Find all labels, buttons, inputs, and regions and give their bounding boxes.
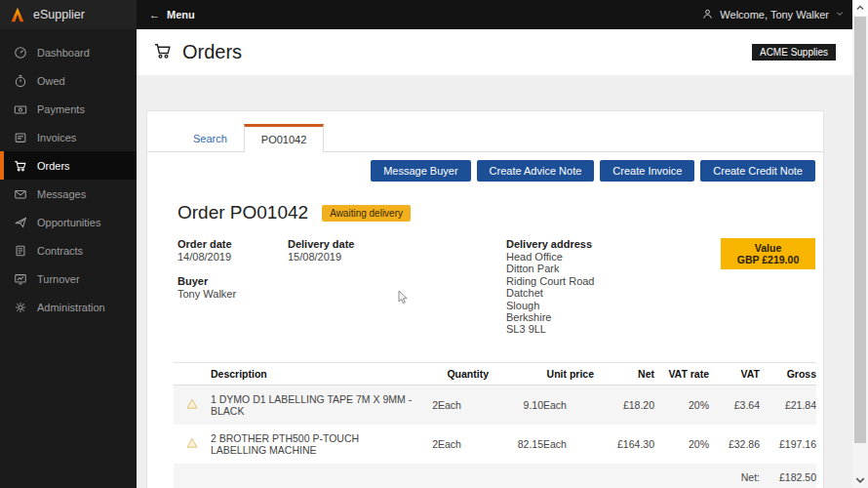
buyer-label: Buyer xyxy=(178,275,288,287)
table-row: 2 BROTHER PTH500 P-TOUCH LABELLING MACHI… xyxy=(174,425,816,464)
order-date-value: 14/08/2019 xyxy=(178,251,288,263)
create-credit-note-button[interactable]: Create Credit Note xyxy=(700,160,815,182)
sidebar-item-contracts[interactable]: Contracts xyxy=(0,236,137,264)
dashboard-icon xyxy=(13,45,27,60)
net-value: £182.50 xyxy=(760,464,816,488)
invoice-icon xyxy=(13,130,27,144)
contract-document-icon xyxy=(13,243,27,258)
warning-icon[interactable] xyxy=(186,439,198,451)
envelope-icon xyxy=(13,186,27,201)
tab-search[interactable]: Search xyxy=(177,126,244,151)
page-header: Orders ACME Supplies xyxy=(137,29,852,75)
gear-icon xyxy=(13,300,27,314)
order-date-block: Order date 14/08/2019 xyxy=(178,238,288,263)
tab-content: Message Buyer Create Advice Note Create … xyxy=(147,160,823,488)
banknote-icon xyxy=(13,102,27,116)
tab-strip: Search PO01042 xyxy=(147,111,823,152)
user-menu[interactable]: Welcome, Tony Walker xyxy=(701,8,845,22)
col-description: Description xyxy=(211,362,413,385)
status-badge: Awaiting delivery xyxy=(322,205,411,222)
value-label: Value xyxy=(723,242,813,254)
order-number-title: Order PO01042 xyxy=(178,202,308,224)
table-row: 1 DYMO D1 LABELLING TAPE 7M X 9MM - BLAC… xyxy=(174,385,816,425)
sidebar-item-payments[interactable]: Payments xyxy=(0,95,137,123)
sidebar-item-administration[interactable]: Administration xyxy=(0,293,137,321)
topbar: ← Menu Welcome, Tony Walker xyxy=(137,0,852,29)
col-unit-price: Unit price xyxy=(489,362,594,385)
col-net: Net xyxy=(594,362,654,385)
order-heading: Order PO01042 Awaiting delivery xyxy=(175,202,815,224)
delivery-date-label: Delivery date xyxy=(288,238,506,250)
create-advice-note-button[interactable]: Create Advice Note xyxy=(477,160,595,182)
stopwatch-icon xyxy=(13,73,27,88)
sidebar-item-opportunities[interactable]: Opportunities xyxy=(0,208,137,236)
value-amount: GBP £219.00 xyxy=(723,254,813,265)
delivery-address-label: Delivery address xyxy=(506,238,721,250)
sidebar-item-orders[interactable]: Orders xyxy=(0,151,137,180)
scrollbar-thumb[interactable] xyxy=(854,17,866,443)
brand-logo-area[interactable]: eSupplier xyxy=(0,0,137,29)
buyer-value: Tony Walker xyxy=(178,288,288,300)
scroll-down-button[interactable] xyxy=(852,472,868,488)
order-card: Search PO01042 Message Buyer Create Advi… xyxy=(146,110,824,488)
col-quantity: Quantity xyxy=(413,362,489,385)
back-arrow-icon: ← xyxy=(149,9,160,20)
sidebar-nav: Dashboard Owed Payments Invoices xyxy=(0,29,137,321)
warning-icon[interactable] xyxy=(186,400,198,412)
sidebar-item-dashboard[interactable]: Dashboard xyxy=(0,38,137,66)
sidebar-item-messages[interactable]: Messages xyxy=(0,180,137,208)
scroll-up-button[interactable] xyxy=(852,0,868,16)
brand-logo-icon xyxy=(10,7,25,22)
net-label: Net: xyxy=(709,464,760,488)
page-title: Orders xyxy=(182,41,242,63)
action-buttons: Message Buyer Create Advice Note Create … xyxy=(175,160,815,182)
sidebar: eSupplier Dashboard Owed Payments xyxy=(0,0,137,488)
orders-cart-icon xyxy=(153,41,173,64)
order-lines-table: Description Quantity Unit price Net VAT … xyxy=(174,362,816,488)
paper-plane-icon xyxy=(13,215,27,229)
vertical-scrollbar[interactable] xyxy=(852,0,868,488)
company-badge[interactable]: ACME Supplies xyxy=(752,44,836,61)
menu-button[interactable]: ← Menu xyxy=(149,9,195,20)
welcome-text: Welcome, Tony Walker xyxy=(720,9,829,20)
col-gross: Gross xyxy=(760,362,816,385)
sidebar-item-turnover[interactable]: Turnover xyxy=(0,264,137,293)
order-info: Order date 14/08/2019 Buyer Tony Walker … xyxy=(175,238,815,336)
sidebar-item-invoices[interactable]: Invoices xyxy=(0,123,137,151)
person-icon xyxy=(701,8,714,22)
main-area: Orders ACME Supplies Search PO01042 Mess… xyxy=(137,29,852,488)
delivery-date-value: 15/08/2019 xyxy=(288,251,506,263)
net-total-row: Net: £182.50 xyxy=(174,464,816,488)
tab-po01042[interactable]: PO01042 xyxy=(244,124,324,152)
app-window: eSupplier Dashboard Owed Payments xyxy=(0,0,868,488)
message-buyer-button[interactable]: Message Buyer xyxy=(371,160,470,182)
col-vat: VAT xyxy=(709,362,760,385)
brand-name: eSupplier xyxy=(33,8,85,21)
chevron-down-icon xyxy=(835,9,845,20)
order-date-label: Order date xyxy=(178,238,288,250)
order-value-box: Value GBP £219.00 xyxy=(721,238,815,269)
chart-monitor-icon xyxy=(13,271,27,286)
sidebar-item-owed[interactable]: Owed xyxy=(0,66,137,95)
create-invoice-button[interactable]: Create Invoice xyxy=(600,160,694,182)
delivery-address-block: Delivery address Head Office Ditton Park… xyxy=(506,238,721,336)
cart-icon xyxy=(13,158,27,173)
buyer-block: Buyer Tony Walker xyxy=(178,275,288,300)
col-vat-rate: VAT rate xyxy=(654,362,709,385)
table-header-row: Description Quantity Unit price Net VAT … xyxy=(174,362,816,385)
